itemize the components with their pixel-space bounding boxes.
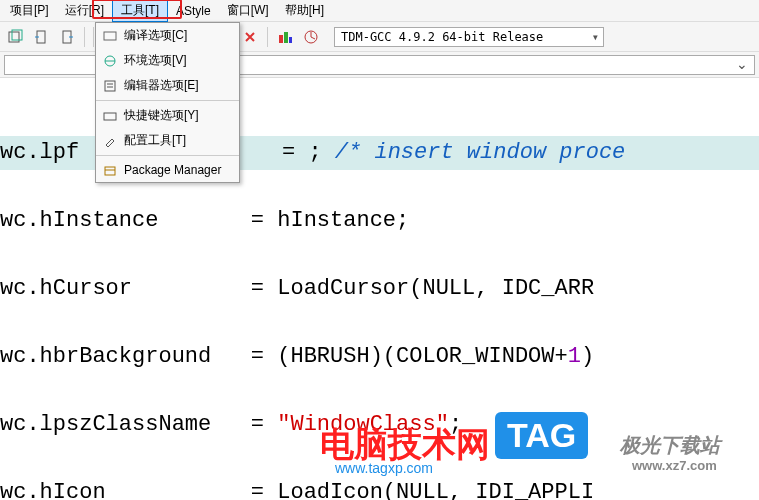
toolbtn-3[interactable]: [56, 26, 78, 48]
svg-rect-26: [105, 167, 115, 175]
package-icon: [102, 162, 118, 178]
svg-rect-22: [105, 81, 115, 91]
menu-help[interactable]: 帮助[H]: [277, 0, 332, 21]
compiler-select[interactable]: TDM-GCC 4.9.2 64-bit Release: [334, 27, 604, 47]
svg-rect-16: [284, 32, 288, 43]
debug-button[interactable]: [274, 26, 296, 48]
dd-package-manager[interactable]: Package Manager: [96, 158, 239, 182]
dd-label: 快捷键选项[Y]: [124, 107, 199, 124]
profile-button[interactable]: [300, 26, 322, 48]
toolbtn-2[interactable]: [30, 26, 52, 48]
separator-icon: [84, 27, 85, 47]
separator-icon: [267, 27, 268, 47]
menu-window[interactable]: 窗口[W]: [219, 0, 277, 21]
wrench-icon: [102, 133, 118, 149]
dd-config-tool[interactable]: 配置工具[T]: [96, 128, 239, 153]
dd-env-options[interactable]: 环境选项[V]: [96, 48, 239, 73]
watermark-xz: 极光下载站: [620, 432, 720, 459]
menu-project[interactable]: 项目[P]: [2, 0, 57, 21]
menu-run[interactable]: 运行[R]: [57, 0, 112, 21]
dd-editor-options[interactable]: 编辑器选项[E]: [96, 73, 239, 98]
menubar: 项目[P] 运行[R] 工具[T] AStyle 窗口[W] 帮助[H]: [0, 0, 759, 22]
menu-astyle[interactable]: AStyle: [168, 2, 219, 20]
svg-rect-15: [279, 35, 283, 43]
svg-rect-25: [104, 113, 116, 120]
svg-rect-19: [104, 32, 116, 40]
dd-label: 编译选项[C]: [124, 27, 187, 44]
separator-icon: [96, 100, 239, 101]
code-line: wc.hIcon = LoadIcon(NULL, IDI_APPLI: [0, 476, 759, 500]
toolbtn-1[interactable]: [4, 26, 26, 48]
svg-rect-17: [289, 37, 292, 43]
dd-label: Package Manager: [124, 163, 221, 177]
code-line: wc.hInstance = hInstance;: [0, 204, 759, 238]
tools-dropdown: 编译选项[C] 环境选项[V] 编辑器选项[E] 快捷键选项[Y] 配置工具[T…: [95, 22, 240, 183]
dd-compile-options[interactable]: 编译选项[C]: [96, 23, 239, 48]
code-line: wc.hbrBackground = (HBRUSH)(COLOR_WINDOW…: [0, 340, 759, 374]
dd-label: 编辑器选项[E]: [124, 77, 199, 94]
gear-icon: [102, 28, 118, 44]
editor-icon: [102, 78, 118, 94]
globe-icon: [102, 53, 118, 69]
cross-button[interactable]: [239, 26, 261, 48]
menu-tools[interactable]: 工具[T]: [112, 0, 168, 22]
dd-label: 配置工具[T]: [124, 132, 186, 149]
watermark-tagxp-url: www.tagxp.com: [335, 460, 433, 476]
code-line: wc.hCursor = LoadCursor(NULL, IDC_ARR: [0, 272, 759, 306]
separator-icon: [93, 27, 94, 47]
watermark-xz-url: www.xz7.com: [632, 458, 717, 473]
watermark-tag: TAG: [495, 412, 588, 459]
dd-label: 环境选项[V]: [124, 52, 187, 69]
dd-shortcut-options[interactable]: 快捷键选项[Y]: [96, 103, 239, 128]
keyboard-icon: [102, 108, 118, 124]
separator-icon: [96, 155, 239, 156]
